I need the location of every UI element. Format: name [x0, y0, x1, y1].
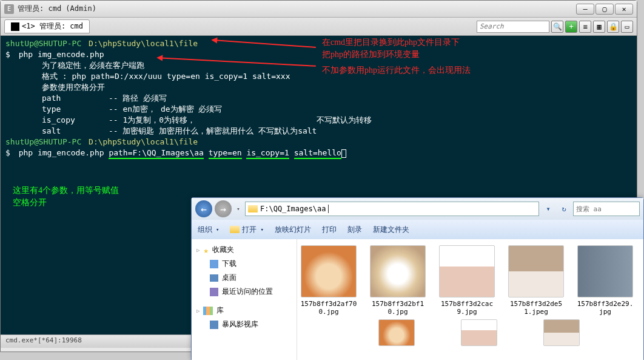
- thumbnail-icon: [301, 245, 357, 297]
- thumbnail-icon[interactable]: [461, 319, 497, 346]
- toolbar-open[interactable]: 打开: [230, 225, 263, 235]
- command-line-1: $ php img_encode.php: [5, 49, 632, 60]
- toolbar-burn[interactable]: 刻录: [347, 225, 362, 235]
- thumbnail-icon: [370, 245, 426, 297]
- tab-cmd[interactable]: <1> 管理员: cmd: [4, 19, 90, 33]
- sidebar-downloads[interactable]: 下载: [196, 257, 292, 271]
- minimize-button[interactable]: —: [576, 4, 594, 15]
- command-line-2: $ php img_encode.php path=F:\QQ_Images\a…: [5, 148, 632, 158]
- annotation-green-1: 这里有4个参数，用等号赋值: [13, 185, 119, 196]
- sidebar-desktop[interactable]: 桌面: [196, 271, 292, 285]
- history-dropdown[interactable]: ▾: [234, 203, 243, 215]
- thumbnail-icon[interactable]: [543, 319, 580, 346]
- window-buttons: — ▢ ✕: [576, 4, 633, 15]
- search-button[interactable]: 🔍: [551, 21, 563, 33]
- thumbnail-icon: [577, 245, 633, 297]
- file-item[interactable]: 157b8ff3d2cac9.jpg: [438, 245, 496, 316]
- add-tab-button[interactable]: +: [565, 21, 577, 33]
- download-icon: [210, 260, 218, 268]
- file-panel[interactable]: 157b8ff3d2af700.jpg 157b8ff3d2bf10.jpg 1…: [297, 239, 643, 360]
- close-button[interactable]: ✕: [615, 4, 633, 15]
- explorer-nav: ← → ▾ F:\QQ_Images\aa ▾ ↻: [192, 198, 643, 220]
- output-line: type-- en加密， de为解密 必须写: [5, 104, 632, 115]
- cursor: [341, 149, 346, 158]
- output-line: 格式 : php path=D:/xxx/uuu type=en is_copy…: [5, 71, 632, 82]
- output-line: 为了稳定性，必须在客户端跑: [5, 60, 632, 71]
- sidebar-videos[interactable]: 暴风影视库: [196, 318, 292, 331]
- dropdown-button[interactable]: ▾: [542, 202, 555, 216]
- toolbar-btn-4[interactable]: ▭: [621, 21, 633, 33]
- annotation-red-1: 在cmd里把目录换到此php文件目录下: [322, 37, 460, 48]
- desktop-icon: [210, 274, 218, 282]
- toolbar-newfolder[interactable]: 新建文件夹: [373, 225, 409, 235]
- prompt-line-1: shutUp@SHUTUP-PC D:\phpStudy\local1\file: [5, 38, 632, 49]
- file-item[interactable]: 157b8ff3d2bf10.jpg: [369, 245, 427, 316]
- annotation-green-2: 空格分开: [13, 197, 47, 208]
- explorer-sidebar: ★收藏夹 下载 桌面 最近访问的位置 库 暴风影视库: [192, 239, 297, 360]
- explorer-window: ← → ▾ F:\QQ_Images\aa ▾ ↻ 组织 打开 放映幻灯片 打印…: [191, 197, 644, 360]
- annotation-red-3: 不加参数用php运行此文件，会出现用法: [322, 65, 471, 76]
- star-icon: ★: [203, 245, 208, 255]
- forward-button[interactable]: →: [215, 200, 232, 217]
- prompt-line-2: shutUp@SHUTUP-PC D:\phpStudy\local1\file: [5, 137, 632, 148]
- sidebar-favorites[interactable]: ★收藏夹: [196, 243, 292, 257]
- output-line: path-- 路径 必须写: [5, 93, 632, 104]
- toolbar-slideshow[interactable]: 放映幻灯片: [275, 225, 311, 235]
- search-input[interactable]: [477, 21, 549, 33]
- address-bar[interactable]: F:\QQ_Images\aa: [245, 202, 539, 216]
- toolbar-btn-2[interactable]: ▦: [593, 21, 605, 33]
- terminal-titlebar: E 管理员: cmd (Admin) — ▢ ✕: [1, 1, 637, 18]
- toolbar-btn-3[interactable]: 🔒: [607, 21, 619, 33]
- back-button[interactable]: ←: [195, 200, 212, 217]
- file-item[interactable]: 157b8ff3d2de51.jpeg: [507, 245, 565, 316]
- explorer-search-input[interactable]: [573, 202, 640, 216]
- window-title: 管理员: cmd (Admin): [18, 4, 576, 14]
- recent-icon: [210, 288, 218, 296]
- sidebar-libraries[interactable]: 库: [196, 304, 292, 318]
- status-text: cmd.exe*[*64]:19968: [5, 336, 82, 344]
- toolbar-organize[interactable]: 组织: [198, 225, 219, 235]
- library-icon: [203, 307, 213, 315]
- folder-icon: [230, 226, 240, 233]
- file-item[interactable]: 157b8ff3d2af700.jpg: [300, 245, 358, 316]
- output-line: 参数使用空格分开: [5, 82, 632, 93]
- folder-icon: [248, 205, 258, 212]
- app-icon: E: [4, 4, 14, 14]
- sidebar-recent[interactable]: 最近访问的位置: [196, 285, 292, 299]
- toolbar-print[interactable]: 打印: [322, 225, 337, 235]
- thumbnail-icon: [439, 245, 495, 297]
- tab-bar: <1> 管理员: cmd 🔍 + ≡ ▦ 🔒 ▭: [1, 18, 637, 36]
- cmd-icon: [11, 22, 19, 31]
- address-text: F:\QQ_Images\aa: [260, 205, 326, 213]
- thumbnail-icon[interactable]: [378, 319, 415, 346]
- refresh-button[interactable]: ↻: [557, 202, 571, 216]
- video-icon: [210, 321, 218, 329]
- file-row-2: [300, 319, 641, 346]
- toolbar-btn-1[interactable]: ≡: [579, 21, 591, 33]
- explorer-toolbar: 组织 打开 放映幻灯片 打印 刻录 新建文件夹: [192, 220, 643, 239]
- explorer-content: ★收藏夹 下载 桌面 最近访问的位置 库 暴风影视库 157b8ff3d2af7…: [192, 239, 643, 360]
- annotation-red-2: 把php的路径加到环境变量: [322, 49, 420, 60]
- file-grid: 157b8ff3d2af700.jpg 157b8ff3d2bf10.jpg 1…: [300, 245, 641, 316]
- output-line: salt-- 加密钥匙 加密用什么，解密就用什么 不写默认为salt: [5, 126, 632, 137]
- thumbnail-icon: [508, 245, 564, 297]
- maximize-button[interactable]: ▢: [595, 4, 614, 15]
- tab-label: <1> 管理员: cmd: [22, 21, 83, 32]
- file-item[interactable]: 157b8ff3d2e29.jpg: [576, 245, 634, 316]
- output-line: is_copy-- 1为复制，0为转移，不写默认为转移: [5, 115, 632, 126]
